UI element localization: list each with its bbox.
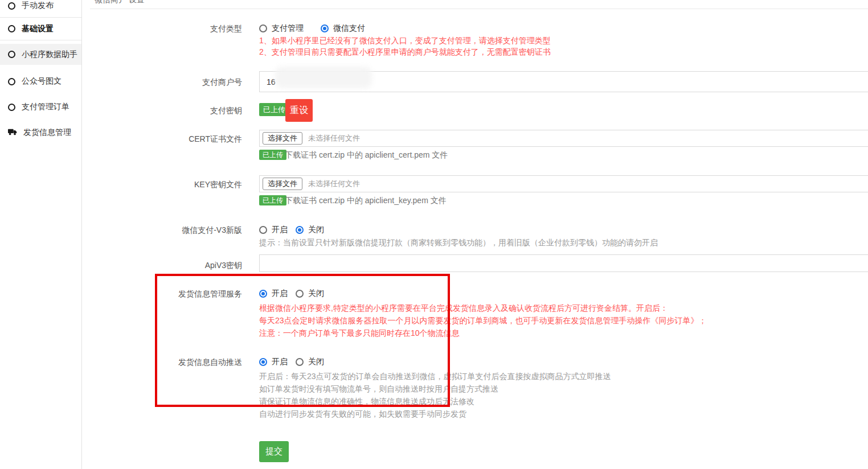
radio-wechat-pay[interactable] (321, 24, 329, 32)
choose-file-button[interactable]: 选择文件 (263, 178, 302, 190)
sidebar-item-label: 手动发布 (22, 1, 54, 11)
sidebar-item-basic-settings[interactable]: 基础设置 (0, 18, 81, 40)
circle-icon (8, 78, 15, 85)
radio-ship-push-on-label[interactable]: 开启 (272, 357, 288, 367)
circle-icon (8, 51, 15, 58)
merchant-no-label: 支付商户号 (77, 77, 242, 88)
radio-v3-on-label[interactable]: 开启 (272, 225, 288, 235)
radio-pay-manage[interactable] (259, 24, 267, 32)
ship-push-note-1: 开启后：每天23点可发货的订单会自动推送到微信，虚拟订单支付后会直接按虚拟商品方… (259, 372, 611, 382)
divider (90, 9, 868, 9)
ship-push-label: 发货信息自动推送 (77, 357, 242, 368)
sidebar: 手动发布 基础设置 小程序数据助手 公众号图文 支付管理订单 (0, 0, 82, 469)
v3-radio-group: 开启 关闭 (259, 225, 324, 235)
radio-ship-service-off-label[interactable]: 关闭 (308, 289, 324, 299)
sidebar-item-label: 基础设置 (22, 24, 54, 34)
radio-ship-push-on[interactable] (259, 358, 267, 366)
choose-file-button[interactable]: 选择文件 (263, 132, 302, 145)
pay-type-radio-group: 支付管理 微信支付 (259, 23, 365, 34)
pay-type-label: 支付类型 (77, 24, 242, 34)
v3-label: 微信支付-V3新版 (77, 225, 242, 236)
radio-v3-off[interactable] (296, 226, 304, 234)
ship-push-note-2: 如订单发货时没有填写物流单号，则自动推送时按用户自提方式推送 (259, 384, 498, 394)
radio-v3-on[interactable] (259, 226, 267, 234)
sidebar-item-label: 小程序数据助手 (22, 50, 77, 60)
uploaded-badge: 已上传 (259, 195, 286, 205)
truck-icon (8, 128, 17, 137)
radio-ship-service-off[interactable] (296, 290, 304, 298)
pay-type-note-1: 1、如果小程序里已经没有了微信支付入口，变成了支付管理，请选择支付管理类型 (259, 36, 551, 46)
radio-ship-push-off[interactable] (296, 358, 304, 366)
radio-ship-service-on[interactable] (259, 290, 267, 298)
sidebar-item-label: 支付管理订单 (22, 102, 69, 112)
ship-push-note-4: 自动进行同步发货有失败的可能，如失败需要手动同步发货 (259, 409, 466, 419)
circle-icon (8, 2, 15, 10)
sidebar-item-label: 公众号图文 (22, 76, 62, 87)
sidebar-item-shipping-info[interactable]: 发货信息管理 (0, 122, 81, 143)
ship-service-note-2: 每天23点会定时请求微信服务器拉取一个月以内需要发货的订单到商城，也可手动更新在… (259, 316, 707, 326)
ship-service-label: 发货信息管理服务 (77, 289, 242, 299)
reset-secret-button[interactable]: 重设 (285, 99, 313, 122)
key-file-note: 下载证书 cert.zip 中的 apiclient_key.pem 文件 (285, 196, 447, 206)
sidebar-item-label: 发货信息管理 (23, 127, 71, 138)
circle-icon (8, 104, 15, 111)
no-file-text: 未选择任何文件 (308, 133, 360, 143)
ship-service-note-1: 根据微信小程序要求,特定类型的小程序需要在平台完成发货信息录入及确认收货流程后方… (259, 303, 668, 314)
radio-ship-push-off-label[interactable]: 关闭 (308, 357, 324, 367)
submit-button[interactable]: 提交 (259, 441, 289, 462)
divider (0, 40, 81, 40)
v3-note: 提示：当前设置只针对新版微信提现打款（商家转账到零钱功能），用着旧版（企业付款到… (259, 238, 658, 248)
uploaded-badge: 已上传 (259, 150, 286, 160)
screen: 手动发布 基础设置 小程序数据助手 公众号图文 支付管理订单 (0, 0, 868, 469)
cert-file-input[interactable]: 选择文件 未选择任何文件 (259, 130, 868, 147)
key-file-label: KEY密钥文件 (77, 180, 242, 190)
cert-file-label: CERT证书文件 (77, 134, 242, 145)
sidebar-item-payment-orders[interactable]: 支付管理订单 (0, 97, 81, 117)
sidebar-item-miniprogram-data[interactable]: 小程序数据助手 (0, 44, 81, 65)
radio-v3-off-label[interactable]: 关闭 (308, 225, 324, 235)
ship-push-radio-group: 开启 关闭 (259, 357, 324, 367)
radio-ship-service-on-label[interactable]: 开启 (272, 289, 288, 299)
cert-file-note: 下载证书 cert.zip 中的 apiclient_cert.pem 文件 (285, 150, 448, 161)
no-file-text: 未选择任何文件 (308, 179, 360, 189)
ship-service-note-3: 注意：一个商户订单号下最多只能同时存在10个物流信息 (259, 328, 460, 339)
circle-icon (8, 25, 15, 32)
radio-pay-manage-label[interactable]: 支付管理 (272, 23, 304, 34)
pay-secret-label: 支付密钥 (77, 106, 242, 116)
pay-type-note-2: 2、支付管理目前只需要配置小程序里申请的商户号就能支付了，无需配置密钥证书 (259, 47, 551, 57)
sidebar-item-manual-publish[interactable]: 手动发布 (0, 0, 81, 14)
ship-service-radio-group: 开启 关闭 (259, 289, 324, 299)
page-title: 微信商户 设置 (95, 0, 145, 5)
apiv3-key-input[interactable] (259, 254, 868, 272)
ship-push-note-3: 请保证订单物流信息的准确性，物流信息推送成功后无法修改 (259, 397, 474, 407)
radio-wechat-pay-label[interactable]: 微信支付 (333, 23, 365, 34)
sidebar-item-official-account[interactable]: 公众号图文 (0, 71, 81, 92)
redacted-value-blur (275, 67, 372, 88)
apiv3-key-label: ApiV3密钥 (77, 261, 242, 271)
key-file-input[interactable]: 选择文件 未选择任何文件 (259, 175, 868, 192)
